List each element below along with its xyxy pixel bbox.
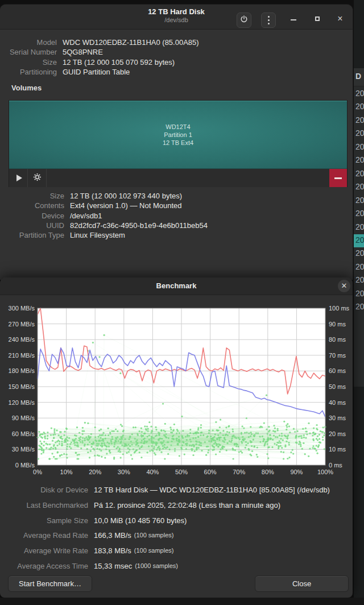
- partition-label: WD12T4 Partition 1 12 TB Ext4: [9, 123, 347, 147]
- background-list-row[interactable]: 20: [354, 168, 364, 181]
- background-list-row[interactable]: 20: [354, 208, 364, 221]
- background-list-row[interactable]: 20: [354, 247, 364, 260]
- background-list-row[interactable]: 20: [354, 181, 364, 194]
- svg-text:60 ms: 60 ms: [329, 367, 346, 374]
- kebab-menu-icon: [268, 16, 270, 24]
- info-value: GUID Partition Table: [57, 67, 130, 77]
- info-value: 5QG8PNRE: [57, 47, 103, 57]
- volume-info-row: Size12 TB (12 000 102 973 440 bytes): [0, 191, 208, 201]
- info-label: UUID: [0, 221, 64, 230]
- svg-text:70%: 70%: [233, 469, 245, 475]
- close-window-button[interactable]: ×: [334, 13, 346, 24]
- svg-text:10 ms: 10 ms: [329, 446, 346, 453]
- benchmark-detail-row: Average Access Time15,33 msec(1000 sampl…: [0, 558, 353, 574]
- gear-icon: [33, 173, 42, 184]
- play-icon: [16, 175, 22, 181]
- info-label: Partitioning: [0, 67, 57, 77]
- close-dialog-button[interactable]: Close: [255, 575, 349, 592]
- volumes-heading: Volumes: [11, 84, 42, 92]
- svg-text:30%: 30%: [118, 469, 130, 475]
- volume-info-row: Partition TypeLinux Filesystem: [0, 230, 208, 240]
- svg-text:120 MB/s: 120 MB/s: [9, 399, 35, 406]
- info-label: Partition Type: [0, 230, 64, 240]
- svg-text:80%: 80%: [262, 469, 274, 475]
- detail-note: (1000 samples): [132, 561, 178, 571]
- background-list-row[interactable]: 20: [354, 261, 364, 274]
- benchmark-dialog-header: Benchmark ✕: [0, 277, 353, 295]
- partition-block[interactable]: WD12T4 Partition 1 12 TB Ext4: [9, 101, 347, 169]
- start-benchmark-button[interactable]: Start Benchmark…: [8, 575, 92, 592]
- info-label: Contents: [0, 201, 64, 210]
- info-label: Size: [0, 57, 57, 67]
- svg-text:100 ms: 100 ms: [329, 305, 350, 312]
- background-list-row[interactable]: 20: [354, 154, 364, 167]
- background-list-row[interactable]: 20: [354, 127, 364, 140]
- benchmark-close-button[interactable]: ✕: [338, 280, 350, 292]
- disk-info: ModelWDC WD120EDBZ-11B1HA0 (85.00A85) Se…: [0, 38, 199, 77]
- dialog-actions: Start Benchmark… Close: [0, 575, 353, 592]
- background-window: D 2020202020202020202020202020202020: [354, 0, 364, 605]
- info-label: Size: [0, 191, 64, 201]
- svg-text:0 MB/s: 0 MB/s: [15, 462, 35, 469]
- svg-text:30 ms: 30 ms: [329, 415, 346, 421]
- background-list-row[interactable]: 20: [354, 274, 364, 287]
- svg-text:30 MB/s: 30 MB/s: [12, 446, 35, 453]
- benchmark-dialog-title: Benchmark: [0, 277, 353, 295]
- maximize-icon: [315, 16, 320, 21]
- close-icon: ×: [337, 14, 342, 23]
- info-value: 82d2fcd7-c36c-4950-b1e9-4e6b011beb54: [64, 221, 208, 230]
- benchmark-detail-row: Sample Size10,0 MiB (10 485 760 bytes): [0, 513, 353, 528]
- benchmark-detail-row: Average Read Rate166,3 MB/s(100 samples): [0, 528, 353, 544]
- svg-text:20%: 20%: [89, 469, 101, 475]
- disk-info-row: Size12 TB (12 000 105 070 592 bytes): [0, 57, 199, 67]
- background-list-row[interactable]: 20: [354, 221, 364, 234]
- benchmark-detail-row: Disk or Device12 TB Hard Disk — WDC WD12…: [0, 482, 353, 498]
- svg-text:40%: 40%: [146, 469, 159, 475]
- volume-toolbar: [9, 169, 347, 187]
- window-subtitle: /dev/sdb: [0, 16, 353, 24]
- minimize-button[interactable]: [288, 13, 299, 20]
- minus-icon: [334, 177, 342, 179]
- detail-label: Average Write Rate: [0, 546, 88, 556]
- svg-text:90 ms: 90 ms: [329, 321, 346, 328]
- detail-label: Average Read Rate: [0, 531, 88, 540]
- benchmark-detail-row: Last BenchmarkedPá 12. prosince 2025, 22…: [0, 498, 353, 513]
- svg-text:20 ms: 20 ms: [329, 430, 346, 437]
- benchmark-chart-svg: 300 MB/s270 MB/s240 MB/s210 MB/s180 MB/s…: [0, 301, 353, 482]
- detail-value: 10,0 MiB (10 485 760 bytes): [88, 516, 187, 525]
- detail-value: 12 TB Hard Disk — WDC WD120EDBZ-11B1HA0 …: [88, 485, 330, 495]
- svg-text:240 MB/s: 240 MB/s: [9, 336, 35, 343]
- mount-button[interactable]: [9, 169, 28, 187]
- svg-text:100%: 100%: [317, 469, 333, 475]
- volumes-frame: WD12T4 Partition 1 12 TB Ext4: [9, 100, 348, 187]
- svg-text:60 MB/s: 60 MB/s: [12, 430, 35, 437]
- background-list-row[interactable]: 20: [354, 114, 364, 127]
- background-list-row[interactable]: 20: [354, 101, 364, 114]
- volume-options-button[interactable]: [28, 169, 47, 187]
- delete-partition-button[interactable]: [329, 169, 347, 187]
- toolbar-spacer: [47, 169, 329, 187]
- svg-text:10%: 10%: [60, 469, 73, 475]
- background-list-row[interactable]: 20: [354, 141, 364, 154]
- background-list-row[interactable]: 20: [354, 88, 364, 101]
- background-list-row[interactable]: 20: [354, 288, 364, 301]
- disk-info-row: Serial Number5QG8PNRE: [0, 47, 199, 57]
- info-value: WDC WD120EDBZ-11B1HA0 (85.00A85): [57, 38, 199, 47]
- detail-label: Average Access Time: [0, 561, 88, 571]
- detail-value: 166,3 MB/s: [88, 531, 131, 540]
- svg-text:0 ms: 0 ms: [329, 462, 342, 469]
- background-list-row[interactable]: 20: [354, 234, 364, 247]
- volume-info-row: ContentsExt4 (version 1.0) — Not Mounted: [0, 201, 208, 210]
- svg-text:0%: 0%: [33, 469, 42, 475]
- background-list-row[interactable]: 20: [354, 301, 364, 314]
- benchmark-dialog: Benchmark ✕ 300 MB/s270 MB/s240 MB/s210 …: [0, 277, 353, 598]
- disks-window: 12 TB Hard Disk /dev/sdb × ModelWDC WD12…: [0, 5, 353, 280]
- benchmark-details: Disk or Device12 TB Hard Disk — WDC WD12…: [0, 482, 353, 574]
- maximize-button[interactable]: [312, 14, 323, 21]
- background-list-row[interactable]: 20: [354, 194, 364, 208]
- info-value: 12 TB (12 000 105 070 592 bytes): [57, 57, 175, 67]
- app-menu-button[interactable]: [261, 13, 276, 28]
- volume-info-row: UUID82d2fcd7-c36c-4950-b1e9-4e6b011beb54: [0, 221, 208, 230]
- power-off-button[interactable]: [237, 13, 251, 28]
- background-window-rows: 2020202020202020202020202020202020: [354, 88, 364, 326]
